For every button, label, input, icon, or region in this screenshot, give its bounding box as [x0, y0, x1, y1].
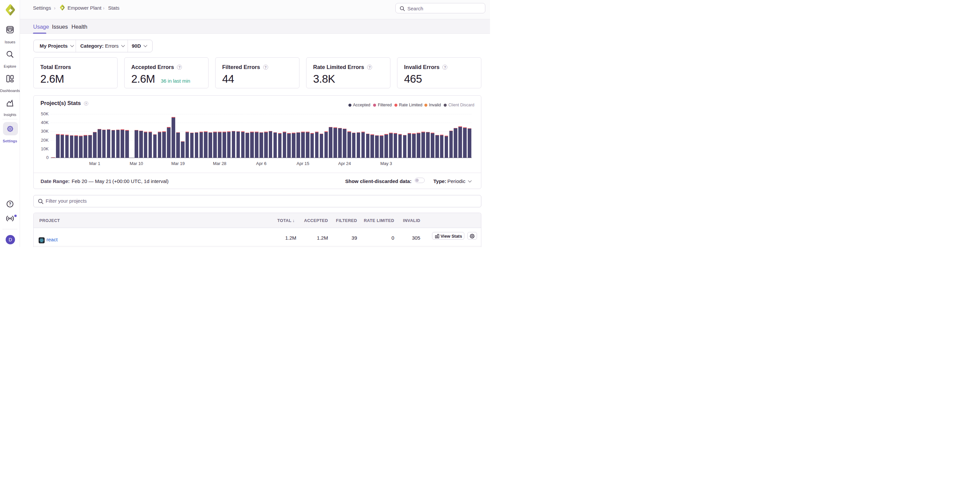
svg-text:?: ?: [9, 202, 11, 206]
